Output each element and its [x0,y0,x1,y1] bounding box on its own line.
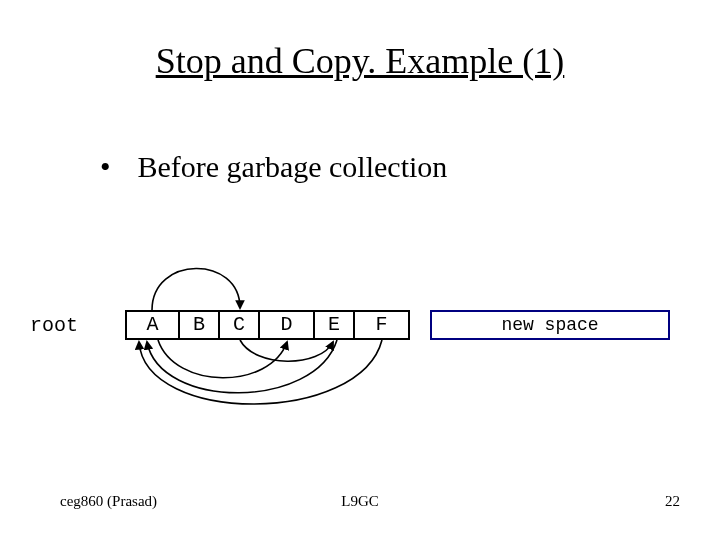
bullet-marker: • [100,150,130,184]
bullet-item: • Before garbage collection [100,150,447,184]
cell-d: D [260,310,315,340]
footer-page-number: 22 [665,493,680,510]
arrow-c-to-e [240,340,333,361]
arrow-e-to-a [147,340,337,393]
cell-c: C [220,310,260,340]
footer-lecture: L9GC [0,493,720,510]
slide-title: Stop and Copy. Example (1) [0,40,720,82]
cell-e: E [315,310,355,340]
bullet-text: Before garbage collection [138,150,448,183]
arrow-a-to-c [152,268,240,310]
cell-a: A [125,310,180,340]
arrow-a-to-d [158,340,287,378]
cell-b: B [180,310,220,340]
arrow-f-to-a [139,340,382,404]
new-space-box: new space [430,310,670,340]
root-label: root [30,314,78,337]
cell-f: F [355,310,410,340]
